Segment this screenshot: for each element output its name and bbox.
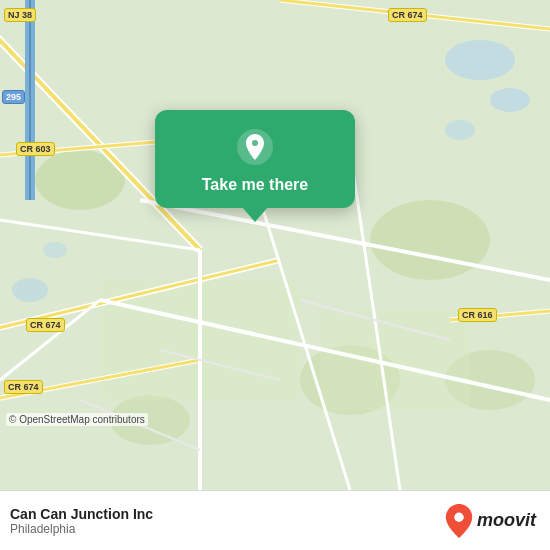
- take-me-there-button[interactable]: Take me there: [155, 110, 355, 208]
- svg-point-38: [454, 512, 463, 521]
- moovit-logo: moovit: [445, 504, 536, 538]
- place-city: Philadelphia: [10, 522, 153, 536]
- svg-point-2: [490, 88, 530, 112]
- svg-point-3: [445, 120, 475, 140]
- road-label-nj38: NJ 38: [4, 8, 36, 22]
- road-label-cr674-mid: CR 674: [26, 318, 65, 332]
- place-name: Can Can Junction Inc: [10, 506, 153, 522]
- moovit-text: moovit: [477, 510, 536, 531]
- place-info: Can Can Junction Inc Philadelphia: [10, 506, 153, 536]
- road-label-cr616: CR 616: [458, 308, 497, 322]
- svg-point-4: [12, 278, 48, 302]
- road-label-i295: 295: [2, 90, 25, 104]
- bottom-bar: Can Can Junction Inc Philadelphia moovit: [0, 490, 550, 550]
- road-label-cr674-top: CR 674: [388, 8, 427, 22]
- road-label-cr603: CR 603: [16, 142, 55, 156]
- popup-label: Take me there: [202, 176, 308, 194]
- map-container: NJ 38 CR 674 295 CR 603 CR 674 CR 674 CR…: [0, 0, 550, 490]
- svg-point-5: [43, 242, 67, 258]
- svg-point-7: [370, 200, 490, 280]
- road-label-cr674-left: CR 674: [4, 380, 43, 394]
- svg-point-1: [445, 40, 515, 80]
- map-attribution: © OpenStreetMap contributors: [6, 413, 148, 426]
- moovit-pin-icon: [445, 504, 473, 538]
- location-pin-icon: [236, 128, 274, 166]
